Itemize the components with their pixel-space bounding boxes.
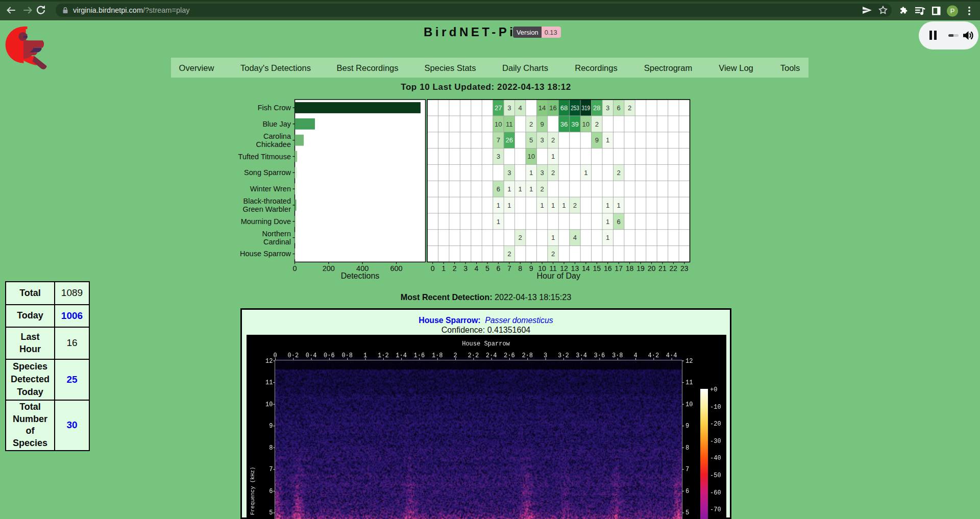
svg-text:4: 4 — [573, 234, 577, 241]
svg-text:1: 1 — [551, 153, 555, 160]
svg-text:1: 1 — [507, 202, 511, 209]
svg-text:Fish Crow: Fish Crow — [258, 104, 291, 112]
svg-text:Blue Jay: Blue Jay — [262, 120, 291, 128]
svg-text:16: 16 — [604, 264, 612, 273]
svg-text:9: 9 — [540, 120, 544, 128]
svg-text:Northern: Northern — [262, 230, 291, 238]
svg-text:10: 10 — [527, 153, 534, 160]
svg-text:1: 1 — [529, 185, 533, 193]
svg-text:Song Sparrow: Song Sparrow — [244, 168, 291, 177]
svg-text:2: 2 — [595, 120, 599, 128]
svg-text:1: 1 — [519, 185, 522, 193]
svg-text:16: 16 — [549, 104, 556, 112]
svg-text:36: 36 — [560, 120, 568, 128]
svg-text:200: 200 — [323, 264, 335, 273]
svg-text:23: 23 — [680, 264, 689, 273]
svg-text:1: 1 — [617, 202, 621, 209]
svg-text:2: 2 — [551, 250, 555, 258]
svg-text:Winter Wren: Winter Wren — [250, 185, 291, 193]
svg-text:9: 9 — [595, 136, 599, 144]
svg-text:6: 6 — [497, 185, 500, 193]
svg-text:P: P — [950, 7, 955, 15]
svg-text:2: 2 — [540, 185, 544, 193]
svg-text:Green Warbler: Green Warbler — [242, 205, 291, 213]
svg-text:5: 5 — [485, 264, 489, 273]
svg-text:10: 10 — [582, 120, 590, 128]
svg-text:14: 14 — [582, 264, 590, 273]
svg-text:Black-throated: Black-throated — [243, 197, 291, 205]
svg-text:3: 3 — [507, 104, 511, 112]
svg-text:1: 1 — [529, 169, 533, 177]
svg-text:14: 14 — [538, 104, 546, 112]
svg-text:5: 5 — [529, 136, 533, 144]
svg-text:Detections: Detections — [341, 271, 380, 280]
svg-text:6: 6 — [617, 218, 621, 226]
svg-text:0: 0 — [292, 264, 297, 273]
svg-text:6: 6 — [617, 104, 621, 112]
svg-text:1: 1 — [606, 234, 609, 241]
svg-text:2: 2 — [617, 169, 621, 177]
svg-text:2: 2 — [507, 250, 511, 258]
svg-text:19: 19 — [636, 264, 645, 273]
svg-text:8: 8 — [518, 264, 522, 273]
svg-text:4: 4 — [475, 264, 479, 273]
svg-text:7: 7 — [497, 136, 500, 144]
svg-text:3: 3 — [463, 264, 468, 273]
svg-text:1: 1 — [606, 202, 609, 209]
svg-text:0: 0 — [431, 264, 435, 273]
svg-text:22: 22 — [670, 264, 678, 273]
svg-text:39: 39 — [571, 120, 578, 128]
svg-text:House Sparrow: House Sparrow — [240, 250, 291, 258]
svg-text:Carolina: Carolina — [263, 132, 291, 140]
svg-text:1: 1 — [551, 202, 555, 209]
svg-text:Hour of Day: Hour of Day — [537, 271, 580, 280]
svg-text:Chickadee: Chickadee — [256, 140, 291, 149]
svg-text:28: 28 — [593, 104, 600, 112]
svg-text:2: 2 — [551, 169, 555, 177]
svg-text:Cardinal: Cardinal — [263, 238, 291, 246]
svg-text:3: 3 — [507, 169, 511, 177]
svg-text:6: 6 — [496, 264, 500, 273]
svg-text:3: 3 — [497, 153, 500, 160]
svg-text:1: 1 — [551, 234, 555, 241]
svg-text:319: 319 — [582, 104, 591, 112]
svg-text:1: 1 — [562, 202, 566, 209]
svg-text:3: 3 — [540, 169, 544, 177]
svg-text:21: 21 — [658, 264, 667, 273]
svg-text:20: 20 — [648, 264, 656, 273]
svg-text:1: 1 — [606, 136, 609, 144]
svg-text:17: 17 — [615, 264, 623, 273]
svg-text:10: 10 — [495, 120, 502, 128]
svg-text:7: 7 — [507, 264, 511, 273]
svg-text:27: 27 — [495, 104, 502, 112]
svg-text:253: 253 — [571, 104, 579, 112]
svg-text:1: 1 — [606, 218, 609, 226]
svg-text:1: 1 — [540, 202, 544, 209]
svg-text:2: 2 — [551, 136, 555, 144]
svg-text:Tufted Titmouse: Tufted Titmouse — [238, 153, 291, 161]
svg-text:3: 3 — [540, 136, 544, 144]
svg-text:1: 1 — [442, 264, 446, 273]
svg-text:9: 9 — [529, 264, 533, 273]
svg-text:1: 1 — [497, 202, 500, 209]
svg-text:2: 2 — [628, 104, 631, 112]
svg-text:2: 2 — [453, 264, 457, 273]
svg-text:2: 2 — [519, 234, 522, 241]
svg-text:1: 1 — [507, 185, 511, 193]
svg-text:1: 1 — [584, 169, 587, 177]
svg-text:2: 2 — [529, 120, 533, 128]
svg-text:3: 3 — [606, 104, 609, 112]
svg-text:1: 1 — [497, 218, 500, 226]
svg-text:11: 11 — [506, 120, 513, 128]
svg-text:4: 4 — [519, 104, 522, 112]
svg-text:18: 18 — [626, 264, 634, 273]
svg-text:Mourning Dove: Mourning Dove — [241, 217, 291, 226]
svg-text:68: 68 — [560, 104, 568, 112]
svg-text:15: 15 — [593, 264, 601, 273]
svg-text:26: 26 — [506, 136, 513, 144]
svg-text:2: 2 — [573, 202, 577, 209]
svg-text:600: 600 — [390, 264, 402, 273]
